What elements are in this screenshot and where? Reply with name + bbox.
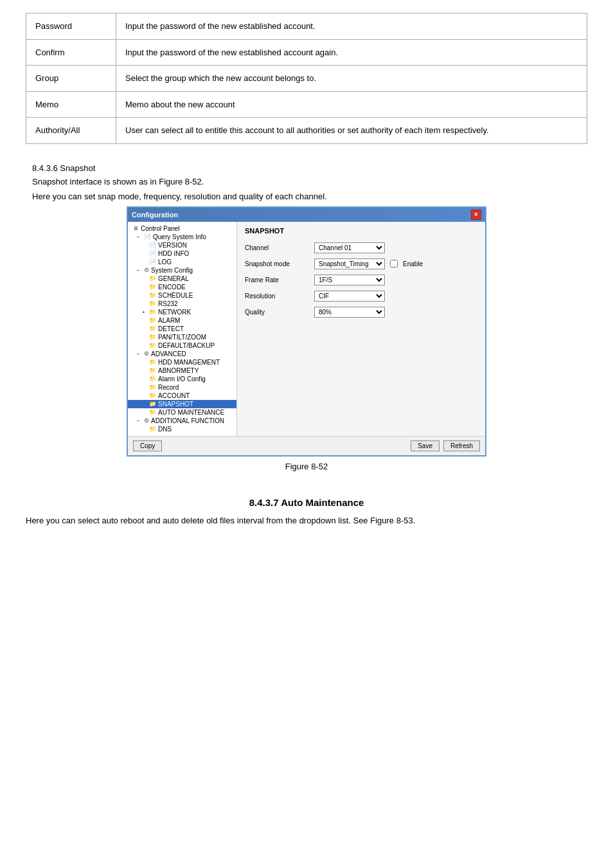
tree-node-label: DNS — [158, 426, 172, 433]
table-cell-label: Group — [26, 66, 116, 92]
field-label: Quality — [245, 309, 309, 316]
tree-item-auto-maintenance[interactable]: 📁AUTO MAINTENANCE — [128, 408, 236, 417]
tree-node-label: ALARM — [158, 317, 180, 324]
tree-node-label: HDD INFO — [158, 250, 189, 257]
tree-icon: 📁 — [149, 426, 156, 432]
section-desc-auto: Here you can select auto reboot and auto… — [26, 514, 587, 528]
table-cell-desc: User can select all to entitle this acco… — [116, 118, 587, 144]
select-frame rate[interactable]: 1F/S — [314, 275, 385, 285]
tree-icon: 📄 — [149, 242, 156, 248]
tree-node-label: RS232 — [158, 300, 178, 307]
tree-node-label: Record — [158, 384, 179, 391]
tree-item-hdd-management[interactable]: 📁HDD MANAGEMENT — [128, 358, 236, 366]
tree-icon: 📁 — [149, 317, 156, 323]
tree-item-advanced[interactable]: −⚙ADVANCED — [128, 350, 236, 358]
table-row: Authority/All User can select all to ent… — [26, 118, 587, 144]
tree-node-label: ABNORMETY — [158, 367, 199, 374]
tree-node-label: DEFAULT/BACKUP — [158, 342, 215, 349]
tree-item-query-system-info[interactable]: −📄Query System Info — [128, 233, 236, 241]
table-row: Group Select the group which the new acc… — [26, 66, 587, 92]
tree-item-schedule[interactable]: 📁SCHEDULE — [128, 291, 236, 300]
config-bottom-bar: Copy Save Refresh — [128, 436, 485, 455]
tree-node-label: ADDITIONAL FUNCTION — [151, 417, 224, 424]
select-resolution[interactable]: CIF — [314, 291, 385, 302]
config-title-bar: Configuration × — [128, 208, 485, 222]
tree-item-alarm-i-o-config[interactable]: 📁Alarm I/O Config — [128, 375, 236, 383]
table-cell-desc: Select the group which the new account b… — [116, 66, 587, 92]
tree-icon: 📄 — [149, 250, 156, 257]
tree-node-label: ACCOUNT — [158, 392, 190, 399]
tree-item-account[interactable]: 📁ACCOUNT — [128, 392, 236, 400]
table-cell-desc: Memo about the new account — [116, 91, 587, 118]
config-main: SNAPSHOT Channel Channel 01 Snapshot mod… — [237, 222, 485, 436]
enable-checkbox[interactable] — [390, 260, 398, 267]
table-cell-label: Authority/All — [26, 118, 116, 144]
select-channel[interactable]: Channel 01 — [314, 242, 385, 253]
tree-item-dns[interactable]: 📁DNS — [128, 425, 236, 433]
save-button[interactable]: Save — [411, 440, 440, 451]
tree-icon: 📁 — [149, 367, 156, 374]
tree-icon: 📁 — [149, 384, 156, 390]
tree-toggle[interactable]: − — [137, 418, 142, 424]
tree-item-record[interactable]: 📁Record — [128, 383, 236, 392]
copy-button[interactable]: Copy — [133, 440, 162, 451]
tree-item-default-backup[interactable]: 📁DEFAULT/BACKUP — [128, 341, 236, 350]
config-section-title: SNAPSHOT — [245, 227, 477, 236]
section-heading-auto: 8.4.3.7 Auto Maintenance — [26, 497, 587, 508]
refresh-button[interactable]: Refresh — [443, 440, 480, 451]
tree-node-label: PAN/TILT/ZOOM — [158, 334, 206, 341]
config-field-quality: Quality 80% — [245, 307, 477, 318]
info-table: Password Input the password of the new e… — [26, 13, 587, 144]
tree-node-label: SNAPSHOT — [158, 401, 193, 408]
tree-toggle[interactable]: + — [142, 309, 147, 315]
tree-node-label: DETECT — [158, 325, 184, 332]
tree-item-detect[interactable]: 📁DETECT — [128, 325, 236, 333]
tree-item-pan-tilt-zoom[interactable]: 📁PAN/TILT/ZOOM — [128, 333, 236, 341]
table-row: Password Input the password of the new e… — [26, 14, 587, 40]
tree-icon: 📁 — [149, 334, 156, 340]
tree-node-label: LOG — [158, 258, 172, 266]
tree-item-log[interactable]: 📄LOG — [128, 258, 236, 266]
field-label: Resolution — [245, 293, 309, 300]
tree-toggle[interactable]: − — [137, 234, 142, 240]
tree-node-label: NETWORK — [158, 309, 191, 316]
tree-icon: 📁 — [149, 284, 156, 290]
config-field-snapshot-mode: Snapshot mode Snapshot_Timing Enable — [245, 258, 477, 269]
table-cell-label: Memo — [26, 91, 116, 118]
tree-toggle[interactable]: − — [137, 351, 142, 357]
tree-icon: 📄 — [149, 258, 156, 265]
tree-node-label: Alarm I/O Config — [158, 375, 206, 383]
select-quality[interactable]: 80% — [314, 307, 385, 318]
tree-item-version[interactable]: 📄VERSION — [128, 241, 236, 249]
tree-item-system-config[interactable]: −⚙System Config — [128, 266, 236, 275]
section-heading-snapshot: 8.4.3.6 Snapshot — [32, 163, 587, 173]
tree-item-hdd-info[interactable]: 📄HDD INFO — [128, 249, 236, 258]
tree-item-additional-function[interactable]: −⚙ADDITIONAL FUNCTION — [128, 417, 236, 425]
section-desc1: Snapshot interface is shown as in Figure… — [32, 177, 587, 186]
table-row: Confirm Input the password of the new es… — [26, 39, 587, 66]
tree-toggle[interactable]: − — [137, 267, 142, 273]
table-row: Memo Memo about the new account — [26, 91, 587, 118]
section-desc2: Here you can set snap mode, frequency, r… — [32, 192, 587, 201]
tree-item-snapshot[interactable]: 📁SNAPSHOT — [128, 400, 236, 408]
tree-item-network[interactable]: +📁NETWORK — [128, 308, 236, 316]
tree-item-encode[interactable]: 📁ENCODE — [128, 283, 236, 291]
tree-item-general[interactable]: 📁GENERAL — [128, 275, 236, 283]
tree-node-label: HDD MANAGEMENT — [158, 359, 220, 366]
tree-icon: 📁 — [149, 292, 156, 298]
config-dialog: Configuration × 🖥 Control Panel −📄Query … — [127, 206, 486, 457]
close-button[interactable]: × — [471, 210, 481, 220]
tree-icon: ⚙ — [144, 350, 149, 357]
tree-item-rs232[interactable]: 📁RS232 — [128, 300, 236, 308]
enable-label: Enable — [403, 260, 423, 267]
tree-root[interactable]: 🖥 Control Panel — [128, 224, 236, 233]
tree-icon: ⚙ — [144, 267, 149, 273]
config-field-channel: Channel Channel 01 — [245, 242, 477, 253]
tree-icon: 📁 — [149, 275, 156, 282]
tree-item-abnormety[interactable]: 📁ABNORMETY — [128, 366, 236, 375]
figure-caption: Figure 8-52 — [285, 462, 328, 471]
tree-node-label: ADVANCED — [151, 350, 186, 357]
figure-container: Configuration × 🖥 Control Panel −📄Query … — [26, 206, 587, 471]
tree-item-alarm[interactable]: 📁ALARM — [128, 316, 236, 325]
select-snapshot mode[interactable]: Snapshot_Timing — [314, 258, 385, 269]
